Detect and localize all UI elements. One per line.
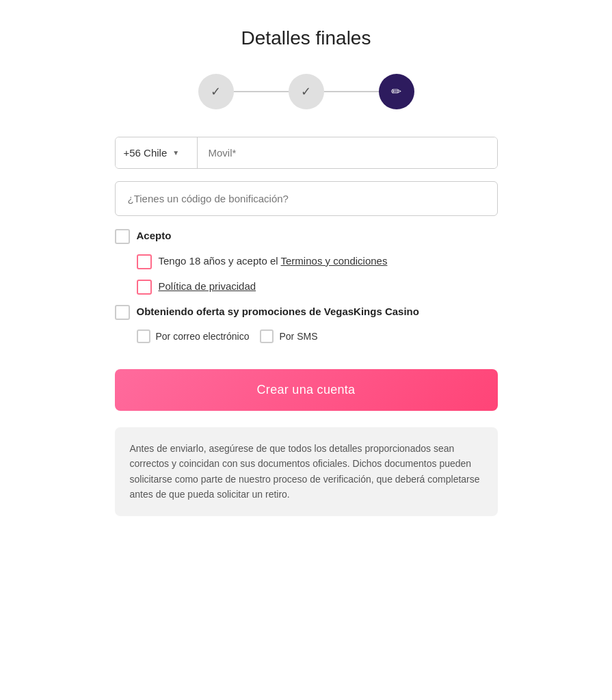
terms-checkbox[interactable] — [137, 254, 152, 269]
phone-section: +56 Chile ▼ — [115, 137, 498, 169]
promotions-row: Obteniendo oferta sy promociones de Vega… — [115, 304, 498, 320]
info-box: Antes de enviarlo, asegúrese de que todo… — [115, 427, 498, 516]
checkboxes-section: Acepto Tengo 18 años y acepto el Termino… — [115, 228, 498, 353]
stepper: ✓ ✓ ✏ — [198, 74, 414, 109]
sms-checkbox[interactable] — [260, 329, 274, 343]
email-label: Por correo electrónico — [156, 331, 250, 342]
sms-label: Por SMS — [279, 331, 317, 342]
chevron-down-icon: ▼ — [172, 149, 179, 157]
email-checkbox[interactable] — [137, 329, 150, 343]
mobile-input[interactable] — [198, 137, 497, 168]
step-3-icon: ✏ — [391, 84, 401, 99]
acepto-row: Acepto — [115, 228, 498, 244]
bonus-section — [115, 181, 498, 216]
sub-checkboxes: Por correo electrónico Por SMS — [137, 329, 498, 343]
promotions-checkbox[interactable] — [115, 305, 130, 320]
sms-checkbox-item: Por SMS — [260, 329, 317, 343]
phone-row: +56 Chile ▼ — [115, 137, 498, 169]
promotions-label: Obteniendo oferta sy promociones de Vega… — [137, 304, 419, 319]
step-1: ✓ — [198, 74, 234, 109]
acepto-label: Acepto — [137, 228, 172, 243]
terms-link[interactable]: Terminos y condiciones — [281, 255, 388, 267]
info-text: Antes de enviarlo, asegúrese de que todo… — [130, 441, 483, 502]
privacy-link[interactable]: Política de privacidad — [159, 280, 256, 292]
step-line-2 — [324, 91, 379, 92]
page-container: Detalles finales ✓ ✓ ✏ +56 Chile ▼ — [115, 27, 498, 516]
country-code-label: +56 Chile — [124, 147, 168, 159]
step-2: ✓ — [289, 74, 324, 109]
terms-label: Tengo 18 años y acepto el Terminos y con… — [159, 254, 388, 268]
terms-row: Tengo 18 años y acepto el Terminos y con… — [137, 254, 498, 269]
privacy-row: Política de privacidad — [137, 279, 498, 295]
privacy-label: Política de privacidad — [159, 279, 256, 293]
privacy-checkbox[interactable] — [137, 280, 152, 295]
bonus-input[interactable] — [115, 181, 498, 216]
step-1-icon: ✓ — [211, 84, 221, 99]
step-3: ✏ — [379, 74, 414, 109]
step-2-icon: ✓ — [301, 84, 311, 99]
create-account-button[interactable]: Crear una cuenta — [115, 369, 498, 411]
acepto-checkbox[interactable] — [115, 229, 130, 244]
page-title: Detalles finales — [241, 27, 371, 49]
country-selector[interactable]: +56 Chile ▼ — [116, 137, 198, 168]
step-line-1 — [234, 91, 289, 92]
email-checkbox-item: Por correo electrónico — [137, 329, 250, 343]
